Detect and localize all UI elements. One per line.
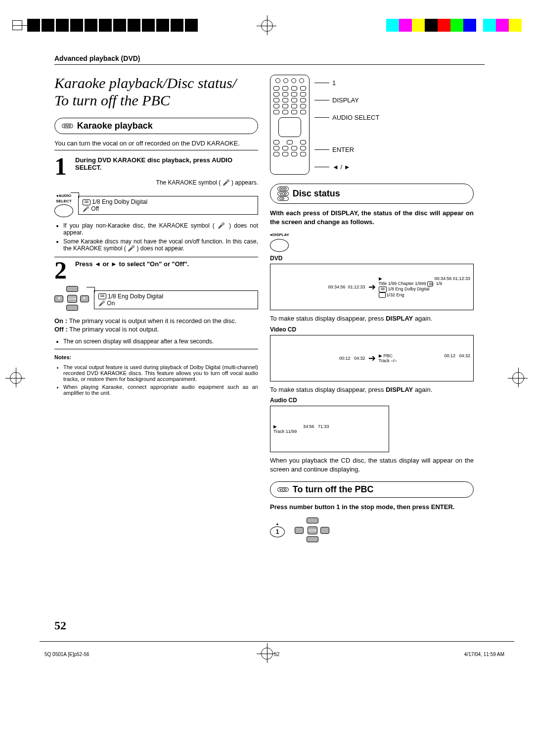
disc-status-intro: With each press of DISPLAY, the status o… <box>270 209 474 226</box>
audio-select-btn-label: AUDIO <box>59 193 72 198</box>
vcd-note: To make status display disappear, press … <box>270 385 474 394</box>
nav-pad-enter-icon: ENTER <box>295 518 329 542</box>
remote-control-diagram <box>270 75 310 175</box>
osd-display-2: 1/8 Eng Dolby Digital On <box>94 290 258 309</box>
notes-header: Notes: <box>54 354 258 360</box>
karaoke-section-bar: DVD Karaoke playback <box>54 118 258 134</box>
remote-callouts: 1 DISPLAY AUDIO SELECT ENTER ◄ / ► <box>314 79 379 171</box>
dvd-vcd-cd-badge-icon: DVDVCDCD <box>277 187 289 201</box>
pbc-section-bar: VCD To turn off the PBC <box>270 481 474 498</box>
dvd-badge-icon: DVD <box>62 124 73 128</box>
nav-pad-icon: ENTER <box>54 286 89 311</box>
page-title: Karaoke playback/Disc status/ To turn of… <box>54 75 258 109</box>
disc-status-section-bar: DVDVCDCD Disc status <box>270 184 474 204</box>
cut-line <box>40 641 514 642</box>
dvd-note: To make status display disappear, press … <box>270 314 474 323</box>
center-registration-icon <box>261 20 273 32</box>
section-label: Advanced playback (DVD) <box>54 54 485 65</box>
vcd-subheader: Video CD <box>270 326 474 333</box>
dvd-status-display: 00:34:56 01:12:33 ➔ 00:34:56 01:12:33 Ti… <box>270 264 474 310</box>
notes-list: The vocal output feature is used during … <box>54 364 258 396</box>
registration-black <box>27 19 198 32</box>
vcd-status-display: 00:12 04:32 ➔ PBC 00:12 04:32 Track –/– <box>270 335 474 381</box>
crop-mark <box>12 20 22 30</box>
acd-note: When you playback the CD disc, the statu… <box>270 456 474 473</box>
display-button-icon <box>270 239 289 252</box>
number-1-button-icon: 1 <box>270 526 285 537</box>
step1-bullets: If you play non-Karaoke disc, the KARAOK… <box>54 222 258 252</box>
display-btn-label: DISPLAY <box>272 233 289 237</box>
page-number: 52 <box>54 619 66 632</box>
mic-icon <box>83 205 89 212</box>
step2-after-bullet: The on screen display will disappear aft… <box>54 338 258 345</box>
audio-icon <box>83 199 90 205</box>
arrow-right-icon: ➔ <box>368 282 376 292</box>
acd-status-display: 34:56 71:33 Track 11/99 <box>270 406 389 452</box>
step1-subtext: The KARAOKE symbol ( 🎤 ) appears. <box>54 179 258 186</box>
audio-icon <box>379 286 387 292</box>
dvd-subheader: DVD <box>270 255 474 262</box>
step2-text: Press ◄ or ► to select "On" or "Off". <box>75 260 258 280</box>
audio-icon <box>98 293 106 299</box>
vcd-badge-icon: VCD <box>277 487 289 492</box>
side-registration-left <box>10 372 22 384</box>
acd-subheader: Audio CD <box>270 397 474 404</box>
osd-display-1: 1/8 Eng Dolby Digital Off <box>78 196 258 215</box>
pbc-instruction: Press number button 1 in the stop mode, … <box>270 503 474 512</box>
mic-icon <box>98 300 105 307</box>
subtitle-icon <box>379 292 386 298</box>
registration-color <box>386 19 522 32</box>
arrow-right-icon: ➔ <box>368 353 376 364</box>
side-registration-right <box>512 372 524 384</box>
karaoke-intro: You can turn the vocal on or off recorde… <box>54 139 258 148</box>
center-registration-bottom <box>261 648 273 660</box>
audio-select-button-icon <box>54 204 73 217</box>
step-number-2: 2 <box>54 260 71 280</box>
on-off-definitions: On : The primary vocal is output when it… <box>54 317 258 334</box>
step-number-1: 1 <box>54 156 71 176</box>
audio-select-btn-label2: SELECT <box>54 199 73 203</box>
footer: 5Q 0501A [E]p52-56 52 4/17/04, 11:59 AM <box>44 652 504 657</box>
step1-text: During DVD KARAOKE disc playback, press … <box>75 156 258 176</box>
